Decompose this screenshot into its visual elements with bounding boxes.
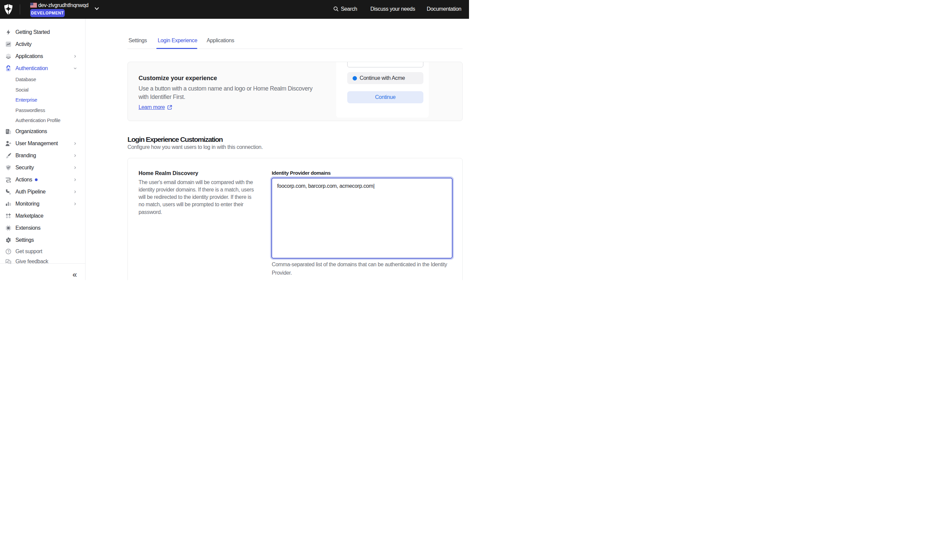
svg-text:?: ? xyxy=(8,249,9,254)
